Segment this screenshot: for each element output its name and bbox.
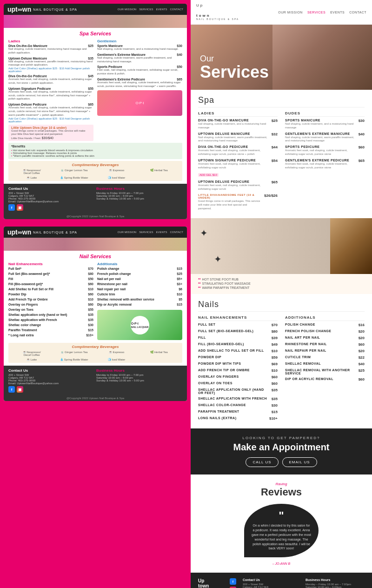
list-item: Gentlemen's Extreme Pedicure$65 Aromatic… <box>97 78 182 88</box>
list-item: Diva On-the-Go Manicure$25 Nail shaping,… <box>8 44 93 55</box>
list-item: 🍵 Ginger Lemon Tea <box>53 350 94 356</box>
list-item: Shellac color change$30 <box>8 323 93 327</box>
social-icons-2: f ▣ <box>8 386 94 393</box>
quote-mark: " <box>252 510 311 521</box>
nav-services[interactable]: SERVICES <box>307 11 326 14</box>
list-item: Email: UptownNailBoutique@yahoo.com <box>8 382 94 385</box>
nav-mission[interactable]: OUR MISSION <box>278 11 303 14</box>
list-item: French polish change$25 <box>97 272 182 275</box>
ladies-header: Ladies <box>8 39 93 43</box>
facebook-icon-2[interactable]: f <box>8 386 15 393</box>
nails-grid-web: NAIL ENHANCEMENTS FULL SET$70 FULL SET (… <box>198 315 365 423</box>
list-item: Nail repair per nail$6 <box>97 287 182 291</box>
call-us-button[interactable]: CALL US <box>246 457 278 467</box>
list-item: FULL SET$70 <box>198 323 278 327</box>
list-item: Fill$50 <box>8 277 93 281</box>
spa-section: Spa LADIES DIVA ON-THE-GO MANICUREnail s… <box>191 90 372 218</box>
list-item: 🍵 Ginger Lemon Tea <box>53 168 94 174</box>
list-item: ☕ Espresso <box>96 350 137 356</box>
model-section: ✦ ✦ <box>191 218 372 274</box>
list-item: Uptown Signature Pedicure$55 Aromatic fe… <box>8 87 93 101</box>
panel2-title: Nail Services <box>8 254 182 259</box>
panel2-body: Nail Services Nail Enhancements Full Set… <box>4 251 187 366</box>
list-item: POLISH CHANGE$16 <box>285 323 365 327</box>
list-item: Shellac application with French$35 <box>8 318 93 321</box>
list-item: DIVA ON-THE-GO MANICUREnail shaping, cut… <box>198 119 278 130</box>
list-item: NAIL REPAIR PER NAIL$20 <box>285 349 365 353</box>
list-item: Sports Pedicure$50 Feet soak, nail shapi… <box>97 65 182 76</box>
list-item: Nail art per nail$5+ <box>97 277 182 281</box>
panel2-tagline: NAIL BOUTIQUE & SPA <box>33 231 77 234</box>
instagram-icon[interactable]: ▣ <box>17 204 23 211</box>
list-item: **HOT STONE FOOT RUB <box>198 278 365 281</box>
list-item: UPTOWN SIGNATURE PEDICUREAromatic feet s… <box>198 159 278 178</box>
nail-services-grid: Nail Enhancements Full Set*$70 Full Set … <box>8 262 182 340</box>
additionals-col-web: ADDITIONALS POLISH CHANGE$16 FRENCH POLI… <box>285 315 365 423</box>
sparkle-icon-2: ✦ <box>214 254 222 265</box>
opi-nail-image: O·P·INAIL LACQUER <box>97 310 182 340</box>
list-item: Polish change$15 <box>97 267 182 270</box>
list-item: 🧊 Iced Water <box>96 176 137 179</box>
list-item: 💧 Spring Bottle Water <box>53 176 94 179</box>
list-item: 🧊 Iced Water <box>96 358 137 361</box>
list-item: Calgary, AB T2J 5K8 <box>243 586 302 588</box>
ladies-col-web: LADIES DIVA ON-THE-GO MANICUREnail shapi… <box>198 111 278 213</box>
appointment-section: Looking to get pampered? Make an Appoint… <box>191 428 372 474</box>
list-item: Full Set (Bio-seaweed gel)*$80 <box>8 272 93 275</box>
social-icons: f ▣ <box>8 204 94 211</box>
list-item: PARAFFIN TREATMENT$15 <box>198 410 278 414</box>
panel1-img-strip <box>4 15 187 28</box>
list-item: * Long nail extra$10+ <box>8 334 93 337</box>
nav-contact[interactable]: CONTACT <box>349 11 366 14</box>
list-item: UPTOWN DELUXE MANICURENail shaping, cuti… <box>198 132 278 143</box>
list-item: Diva On-the-Go Pedicure$45 Aromatic feet… <box>8 74 93 85</box>
additionals-header: Additionals <box>97 262 182 266</box>
benefits-web-section: **HOT STONE FOOT RUB **STIMULATING FOOT … <box>191 274 372 294</box>
panel1-title: Spa Services <box>8 31 182 36</box>
website-header: Up town NAIL BOUTIQUE & SPA OUR MISSION … <box>191 0 372 25</box>
dudes-col-title: DUDES <box>285 111 365 117</box>
list-item: Overlay on Toes$55 <box>8 308 93 311</box>
list-item: SHELLAC COLOR-CHANGE$30 <box>198 403 278 408</box>
list-item: ☕ Nespresso/Decaf Coffee <box>11 350 52 356</box>
list-item: SHELLAC REMOVAL$40 <box>285 362 365 366</box>
list-item: Sports Manicure$30 Nail shaping, cuticle… <box>97 44 182 51</box>
list-item: SHELLAC REMOVAL WITH ANOTHER SERVICE$25 <box>285 368 365 375</box>
nav-events[interactable]: EVENTS <box>330 11 345 14</box>
copyright-1: @Copyright 2022 Uptown Nail Boutique & S… <box>4 214 187 219</box>
list-item: RHINESTONE PER NAIL$60 <box>285 342 365 347</box>
quote-author: – JO-ANN B <box>198 562 365 565</box>
panel2-logo: upt∞wn <box>7 228 31 236</box>
spa-title: Spa <box>198 95 365 105</box>
website-logo: Up town NAIL BOUTIQUE & SPA <box>196 4 239 20</box>
panel2-img-strip <box>4 238 187 251</box>
list-item: OVERLAY ON FINGERS$60 <box>198 375 278 379</box>
contact-section-2: Contact Us 200 + Street SW Calgary, AB T… <box>8 368 94 393</box>
list-item: SHELLAC APPLICATION WITH FRENCH$35 <box>198 397 278 401</box>
list-item: POWDER DIP WITH TIPS$69 <box>198 362 278 366</box>
panel1-tagline: NAIL BOUTIQUE & SPA <box>33 8 77 11</box>
list-item: DIVA ON-THE-GO PEDICUREAromatic feet soa… <box>198 145 278 156</box>
nails-section: Nails NAIL ENHANCEMENTS FULL SET$70 FULL… <box>191 294 372 428</box>
spa-services-cols: LADIES DIVA ON-THE-GO MANICUREnail shapi… <box>198 111 365 213</box>
list-item: Gentlemen's Extreme Manicure$40 Nail sha… <box>97 53 182 64</box>
list-item: CUTICLE TRIM$22 <box>285 355 365 360</box>
list-item: Dip or Acrylic removal$15 <box>97 303 182 306</box>
nail-enhancements-col-web: NAIL ENHANCEMENTS FULL SET$70 FULL SET (… <box>198 315 278 423</box>
panel1-header: upt∞wn NAIL BOUTIQUE & SPA OUR MISSIONSE… <box>4 4 187 15</box>
nail-enhancements-header: Nail Enhancements <box>8 262 93 266</box>
list-item: Add Shellac to Full Set or Fill$10 <box>8 287 93 291</box>
instagram-icon-2[interactable]: ▣ <box>17 386 23 393</box>
facebook-icon[interactable]: f <box>8 204 15 211</box>
hours-section-2: Business Hours Monday to Friday 10:00 am… <box>96 368 182 393</box>
footer-facebook-icon[interactable]: f <box>230 578 236 585</box>
hero-hands-overlay <box>272 25 372 90</box>
hours-section: Business Hours Monday to Friday 10:00 am… <box>96 187 182 211</box>
gentlemen-header: Gentlemen <box>97 39 182 43</box>
list-item: GENTLEMEN'S EXTREME MANICURENail shaping… <box>285 132 365 143</box>
footer-social: f ▣ <box>230 578 239 588</box>
list-item: SHELLAC APPLICATION ONLY (HAND OR FEET)$… <box>198 388 278 394</box>
contact-section: Contact Us 200 + Street SW Calgary, AB T… <box>8 187 94 211</box>
email-us-button[interactable]: EMAIL US <box>282 457 317 467</box>
beverages-section: Complimentary Beverages ☕ Nespresso/Deca… <box>8 161 182 181</box>
